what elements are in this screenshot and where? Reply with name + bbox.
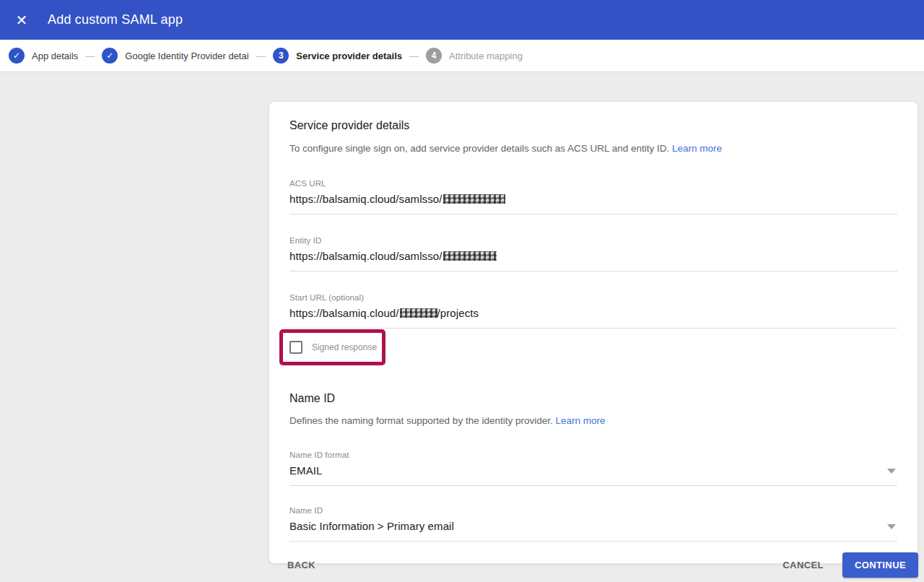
card-description: To configure single sign on, add service… xyxy=(289,143,897,154)
name-id-field: Name ID Basic Information > Primary emai… xyxy=(289,506,897,542)
step-check-icon: ✓ xyxy=(9,48,25,64)
dialog-header: ✕ Add custom SAML app xyxy=(0,0,924,40)
signed-response-checkbox[interactable] xyxy=(289,341,302,354)
name-id-label: Name ID xyxy=(289,506,897,515)
redacted-text xyxy=(443,194,505,204)
step-app-details[interactable]: ✓ App details xyxy=(9,48,78,64)
acs-url-label: ACS URL xyxy=(289,179,897,188)
step-label: Attribute mapping xyxy=(449,51,523,61)
acs-url-input[interactable]: https://balsamiq.cloud/samlsso/ xyxy=(289,193,897,214)
step-label: Service provider details xyxy=(296,51,402,61)
back-button[interactable]: BACK xyxy=(287,560,315,570)
name-id-select[interactable]: Basic Information > Primary email xyxy=(289,520,897,542)
step-service-provider-details[interactable]: 3 Service provider details xyxy=(273,48,402,64)
step-check-icon: ✓ xyxy=(102,48,118,64)
name-id-format-select[interactable]: EMAIL xyxy=(289,464,897,486)
start-url-value-prefix: https://balsamiq.cloud/ xyxy=(289,307,399,319)
card-description-text: To configure single sign on, add service… xyxy=(289,143,669,154)
step-separator: — xyxy=(256,51,266,61)
entity-id-value: https://balsamiq.cloud/samlsso/ xyxy=(289,250,443,262)
card-title: Service provider details xyxy=(289,119,897,132)
signed-response-highlight-annotation: Signed response xyxy=(279,329,385,365)
dialog-title: Add custom SAML app xyxy=(48,12,183,27)
entity-id-input[interactable]: https://balsamiq.cloud/samlsso/ xyxy=(289,250,897,272)
name-id-format-field: Name ID format EMAIL xyxy=(289,451,897,486)
entity-id-label: Entity ID xyxy=(289,236,897,245)
step-label: App details xyxy=(32,51,78,61)
start-url-field: Start URL (optional) https://balsamiq.cl… xyxy=(289,293,897,329)
continue-button[interactable]: CONTINUE xyxy=(842,552,918,578)
start-url-input[interactable]: https://balsamiq.cloud//projects xyxy=(289,307,897,329)
service-provider-details-card: Service provider details To configure si… xyxy=(269,101,918,564)
step-separator: — xyxy=(85,51,95,61)
acs-url-field: ACS URL https://balsamiq.cloud/samlsso/ xyxy=(289,179,897,214)
entity-id-field: Entity ID https://balsamiq.cloud/samlsso… xyxy=(289,236,897,272)
wizard-footer: BACK CANCEL CONTINUE xyxy=(269,552,918,578)
start-url-value-suffix: /projects xyxy=(437,307,479,319)
redacted-text xyxy=(400,308,437,318)
wizard-stepper: ✓ App details — ✓ Google Identity Provid… xyxy=(0,40,924,72)
step-separator: — xyxy=(409,51,419,61)
close-icon[interactable]: ✕ xyxy=(13,12,30,29)
name-id-section-description: Defines the naming format supported by t… xyxy=(289,415,897,426)
chevron-down-icon xyxy=(887,524,896,529)
step-label: Google Identity Provider details xyxy=(125,51,249,61)
name-id-value: Basic Information > Primary email xyxy=(289,520,454,532)
step-number: 4 xyxy=(426,48,442,64)
name-id-format-value: EMAIL xyxy=(289,464,323,477)
learn-more-link[interactable]: Learn more xyxy=(672,143,722,154)
step-google-idp-details[interactable]: ✓ Google Identity Provider details xyxy=(102,48,249,64)
start-url-label: Start URL (optional) xyxy=(289,293,897,302)
step-attribute-mapping: 4 Attribute mapping xyxy=(426,48,523,64)
name-id-section-title: Name ID xyxy=(289,392,897,405)
name-id-description-text: Defines the naming format supported by t… xyxy=(289,415,553,426)
acs-url-value: https://balsamiq.cloud/samlsso/ xyxy=(289,193,443,205)
chevron-down-icon xyxy=(887,469,896,474)
name-id-format-label: Name ID format xyxy=(289,451,897,459)
signed-response-label: Signed response xyxy=(312,342,377,352)
step-number: 3 xyxy=(273,48,289,64)
learn-more-link[interactable]: Learn more xyxy=(555,415,605,426)
redacted-text xyxy=(443,251,497,261)
cancel-button[interactable]: CANCEL xyxy=(783,560,824,570)
